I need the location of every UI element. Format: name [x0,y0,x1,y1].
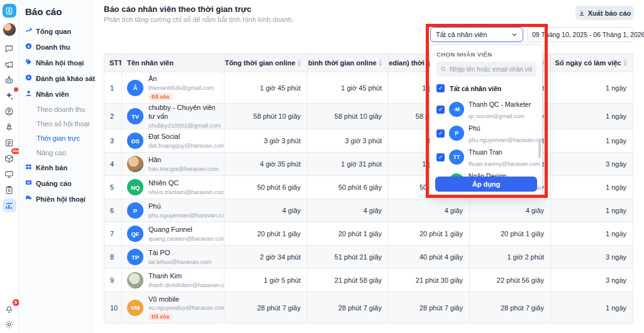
sidebar-item-thời-gian-trực[interactable]: Thời gian trực [36,134,87,142]
report-page: Hot5 Báo cáo Tổng quan$Doanh thuNhãn hội… [0,0,644,333]
package-icon[interactable]: Hot [3,151,16,165]
sidebar-item-nhãn-hội-thoại[interactable]: Nhãn hội thoại [25,58,87,67]
gear-icon[interactable] [3,317,16,331]
export-report-button[interactable]: Xuất báo cáo [575,6,634,20]
value-cell-4: 1 ngày [551,222,633,246]
table-row: 8TPTài POtai.lehuu@haravan.com2 giờ 34 p… [104,246,633,269]
employee-cell: QFQuang Funnelquang.caotien@haravan.com [122,222,225,246]
dropdown-title: CHỌN NHÂN VIÊN [430,45,542,62]
sidebar-title: Báo cáo [25,6,87,17]
employee-search-box[interactable] [436,62,536,77]
bot-icon[interactable] [3,73,16,87]
date-range-picker[interactable]: 09 Tháng 10, 2025 - 06 Tháng 1, 2026 [527,27,634,42]
sidebar-item-theo-số-hội-thoại[interactable]: Theo số hội thoại [36,120,87,128]
select-all-employees-option[interactable]: ✓ Tất cả nhân viên [430,82,542,97]
value-cell-4: 1 ngày [551,129,633,153]
sidebar-item-đánh-giá-khảo-sát[interactable]: Đánh giá khảo sát [25,74,87,82]
info-icon[interactable]: ? [624,60,626,66]
employee-initials-avatar: Â [127,80,143,96]
row-index: 5 [104,176,122,199]
date-range-value: 09 Tháng 10, 2025 - 06 Tháng 1, 2026 [532,31,644,38]
employee-photo-avatar [127,272,143,288]
news-icon[interactable] [3,136,16,150]
checkbox-checked-icon[interactable]: ✓ [436,153,445,161]
employee-option[interactable]: ✓CDcong.ngothanh Design [430,193,542,196]
sidebar-item-phiên-hội-thoại[interactable]: Phiên hội thoại [25,195,87,203]
select-all-label: Tất cả nhân viên [450,85,501,92]
apply-filter-button[interactable]: Áp dụng [435,177,537,192]
table-row: 2TVchubby - Chuyên viên tư vấnchubby2105… [104,104,633,129]
employee-initials-avatar: P [127,202,143,219]
sidebar-item-tổng-quan[interactable]: Tổng quan [25,27,87,35]
value-cell-1: 21 phút 58 giây [308,269,389,292]
sidebar-item-nhân-viên[interactable]: Nhân viên [25,90,87,98]
column-header-6: Số ngày có làm việc? [551,54,633,72]
tag-icon [25,58,32,67]
row-index: 7 [104,222,122,246]
search-icon [440,66,447,72]
chart-line-icon [25,27,32,35]
chat-icon[interactable] [3,41,16,55]
device-icon[interactable] [3,167,16,181]
sessions-icon [25,195,32,203]
chevron-down-icon [511,31,518,38]
table-row: 6PPhúphu.nguyenvan@haravan.com4 giây4 gi… [104,199,633,222]
bell-icon[interactable]: 5 [3,302,16,315]
checkbox-checked-icon[interactable]: ✓ [436,106,445,114]
value-cell-1: 4 giây [308,199,389,222]
info-icon[interactable]: ? [298,60,301,66]
employee-initials-avatar: P [449,126,464,141]
value-cell-1: 1 giờ 31 phút [308,153,389,176]
rocket-icon[interactable] [3,120,16,134]
row-index: 9 [104,269,122,292]
info-icon[interactable]: ? [379,60,382,66]
megaphone-icon[interactable] [3,57,16,71]
employee-search-input[interactable] [450,66,532,73]
report-sidebar: Báo cáo Tổng quan$Doanh thuNhãn hội thoạ… [19,0,93,333]
sidebar-item-nâng-cao[interactable]: Nâng cao [36,149,87,156]
employee-option[interactable]: ✓PPhúphu.nguyenvan@haravan.com [430,121,542,145]
sidebar-item-doanh-thu[interactable]: $Doanh thu [25,43,87,51]
sparkles-icon[interactable] [3,89,16,102]
employee-filter-value: Tất cả nhân viên [436,31,487,38]
employee-option[interactable]: ✓-MThanh QC - Marketerqc.socom@gmail.com [430,97,542,121]
row-index: 3 [104,129,122,153]
app-logo-icon[interactable] [3,4,16,18]
row-index: 4 [104,153,122,176]
value-cell-0: 1 giờ 45 phút [225,72,308,104]
employee-cell: ÂÂnthienan662k@gmail.comĐã xóa [122,72,225,104]
employee-option[interactable]: ✓TTThuan Tranthuan.tranmy@haravan.com [430,145,542,169]
employee-filter-select[interactable]: Tất cả nhân viên [430,27,523,42]
row-index: 8 [104,246,122,269]
sidebar-item-quảng-cáo[interactable]: ADQuảng cáo [25,179,87,187]
sidebar-item-kênh-bán[interactable]: Kênh bán [25,163,87,172]
user-avatar[interactable] [3,23,16,36]
page-subtitle: Phân tích tăng cường chỉ số để nắm bắt t… [104,16,294,23]
row-index: 2 [104,104,122,129]
value-cell-3: 4 giây [470,199,551,222]
analytics-icon[interactable] [3,199,16,212]
value-cell-0: 2 giờ 34 phút [225,246,308,269]
employee-report-table: STTTên nhân viênTổng thời gian online?Tr… [104,53,633,324]
employee-cell: DSĐạt Socialdat.hoangquy@haravan.com [122,129,225,153]
notification-count-badge: 5 [13,299,19,306]
clipboard-icon[interactable] [3,183,16,197]
checkbox-checked-icon[interactable]: ✓ [436,129,445,138]
row-index: 6 [104,199,122,222]
table-row: 9Thanh Kimthanh.dinhthikim@haravan.com1 … [104,269,633,292]
value-cell-0: 50 phút 6 giây [225,176,308,199]
value-cell-0: 3 giờ 3 phút [225,129,308,153]
dropdown-scrollbar[interactable] [538,139,541,158]
value-cell-2: 20 phút 1 giây [389,222,470,246]
value-cell-1: 3 giờ 3 phút [308,129,389,153]
value-cell-4: 1 ngày [551,292,633,324]
employee-cell: TPTài POtai.lehuu@haravan.com [122,246,225,269]
column-header-2: Tổng thời gian online? [225,54,308,72]
checkbox-checked-icon[interactable]: ✓ [436,84,445,92]
contact-icon[interactable] [3,104,16,118]
employee-filter-dropdown: CHỌN NHÂN VIÊN ✓ Tất cả nhân viên ✓-MTha… [430,45,542,196]
survey-icon [25,74,32,82]
sidebar-item-theo-doanh-thu[interactable]: Theo doanh thu [36,106,87,113]
value-cell-0: 4 giây [225,199,308,222]
value-cell-3: 1 giờ 2 phút [470,246,551,269]
